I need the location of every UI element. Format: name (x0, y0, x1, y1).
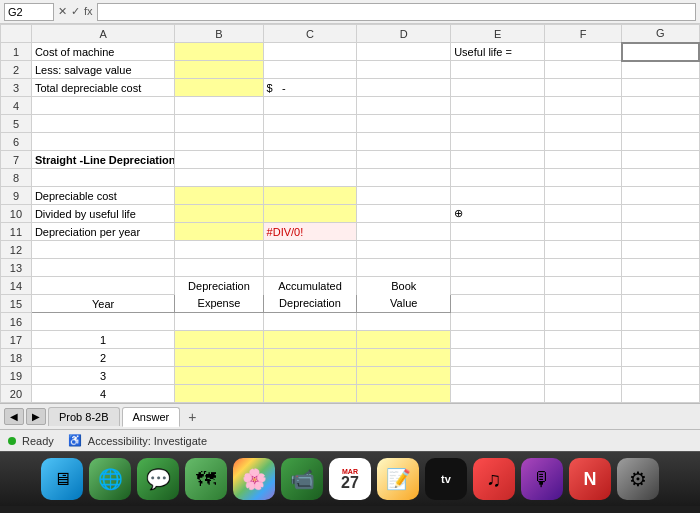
cell-c15[interactable]: Depreciation (263, 295, 357, 313)
col-header-d[interactable]: D (357, 25, 451, 43)
cell-d11[interactable] (357, 223, 451, 241)
cell-d10[interactable] (357, 205, 451, 223)
cell-a5[interactable] (31, 115, 174, 133)
cell-c14[interactable]: Accumulated (263, 277, 357, 295)
cell-f20[interactable] (544, 385, 621, 403)
cell-c17[interactable] (263, 331, 357, 349)
sheet-tab-answer[interactable]: Answer (122, 407, 181, 427)
cell-g5[interactable] (622, 115, 699, 133)
cell-a18[interactable]: 2 (31, 349, 174, 367)
cell-f19[interactable] (544, 367, 621, 385)
cell-b6[interactable] (175, 133, 263, 151)
cell-a8[interactable] (31, 169, 174, 187)
cell-e18[interactable] (451, 349, 545, 367)
cell-d19[interactable] (357, 367, 451, 385)
dock-music[interactable]: ♫ (473, 458, 515, 500)
cell-c4[interactable] (263, 97, 357, 115)
cell-f2[interactable] (544, 61, 621, 79)
cell-f12[interactable] (544, 241, 621, 259)
cell-d16[interactable] (357, 313, 451, 331)
cell-b4[interactable] (175, 97, 263, 115)
cell-e15[interactable] (451, 295, 545, 313)
cell-g12[interactable] (622, 241, 699, 259)
cell-g14[interactable] (622, 277, 699, 295)
cell-a15[interactable]: Year (31, 295, 174, 313)
cell-g9[interactable] (622, 187, 699, 205)
cell-c6[interactable] (263, 133, 357, 151)
dock-notes[interactable]: 📝 (377, 458, 419, 500)
tab-scroll-left[interactable]: ◀ (4, 408, 24, 425)
cell-d15[interactable]: Value (357, 295, 451, 313)
dock-finder[interactable]: 🖥 (41, 458, 83, 500)
cell-b16[interactable] (175, 313, 263, 331)
cell-a11[interactable]: Depreciation per year (31, 223, 174, 241)
cell-a16[interactable] (31, 313, 174, 331)
cell-e7[interactable] (451, 151, 545, 169)
sheet-tab-prob8-2b[interactable]: Prob 8-2B (48, 407, 120, 426)
cell-b7[interactable] (175, 151, 263, 169)
cell-f13[interactable] (544, 259, 621, 277)
cell-g11[interactable] (622, 223, 699, 241)
dock-news[interactable]: N (569, 458, 611, 500)
cell-a6[interactable] (31, 133, 174, 151)
cell-e14[interactable] (451, 277, 545, 295)
cell-e9[interactable] (451, 187, 545, 205)
col-header-e[interactable]: E (451, 25, 545, 43)
cell-c19[interactable] (263, 367, 357, 385)
formula-input[interactable] (97, 3, 696, 21)
add-sheet-button[interactable]: + (182, 409, 202, 425)
cell-a7[interactable]: Straight -Line Depreciation (31, 151, 174, 169)
dock-appletv[interactable]: tv (425, 458, 467, 500)
cell-g16[interactable] (622, 313, 699, 331)
cell-a17[interactable]: 1 (31, 331, 174, 349)
cell-e10[interactable]: ⊕ (451, 205, 545, 223)
cell-f14[interactable] (544, 277, 621, 295)
cell-b5[interactable] (175, 115, 263, 133)
cell-e8[interactable] (451, 169, 545, 187)
cell-f10[interactable] (544, 205, 621, 223)
cell-d8[interactable] (357, 169, 451, 187)
cell-d13[interactable] (357, 259, 451, 277)
cell-b19[interactable] (175, 367, 263, 385)
cell-e20[interactable] (451, 385, 545, 403)
cell-g3[interactable] (622, 79, 699, 97)
cell-e3[interactable] (451, 79, 545, 97)
dock-settings[interactable]: ⚙ (617, 458, 659, 500)
cell-b12[interactable] (175, 241, 263, 259)
dock-maps[interactable]: 🗺 (185, 458, 227, 500)
cell-c10[interactable] (263, 205, 357, 223)
tab-scroll-right[interactable]: ▶ (26, 408, 46, 425)
cell-b11[interactable] (175, 223, 263, 241)
cell-a4[interactable] (31, 97, 174, 115)
cell-a12[interactable] (31, 241, 174, 259)
cell-f15[interactable] (544, 295, 621, 313)
cell-c16[interactable] (263, 313, 357, 331)
cell-b8[interactable] (175, 169, 263, 187)
cell-c11[interactable]: #DIV/0! (263, 223, 357, 241)
cell-d14[interactable]: Book (357, 277, 451, 295)
cell-c13[interactable] (263, 259, 357, 277)
cell-b13[interactable] (175, 259, 263, 277)
cell-g10[interactable] (622, 205, 699, 223)
cell-f8[interactable] (544, 169, 621, 187)
cell-c7[interactable] (263, 151, 357, 169)
cell-g1[interactable] (622, 43, 699, 61)
cell-f1[interactable] (544, 43, 621, 61)
cell-a1[interactable]: Cost of machine (31, 43, 174, 61)
cell-f11[interactable] (544, 223, 621, 241)
cell-g19[interactable] (622, 367, 699, 385)
cell-b15[interactable]: Expense (175, 295, 263, 313)
col-header-c[interactable]: C (263, 25, 357, 43)
cell-d1[interactable] (357, 43, 451, 61)
cell-g18[interactable] (622, 349, 699, 367)
cell-a2[interactable]: Less: salvage value (31, 61, 174, 79)
cell-d6[interactable] (357, 133, 451, 151)
cell-a3[interactable]: Total depreciable cost (31, 79, 174, 97)
dock-calendar[interactable]: MAR 27 (329, 458, 371, 500)
cell-e16[interactable] (451, 313, 545, 331)
col-header-f[interactable]: F (544, 25, 621, 43)
cell-e1[interactable]: Useful life = (451, 43, 545, 61)
cell-f4[interactable] (544, 97, 621, 115)
cell-b3[interactable] (175, 79, 263, 97)
cell-e11[interactable] (451, 223, 545, 241)
